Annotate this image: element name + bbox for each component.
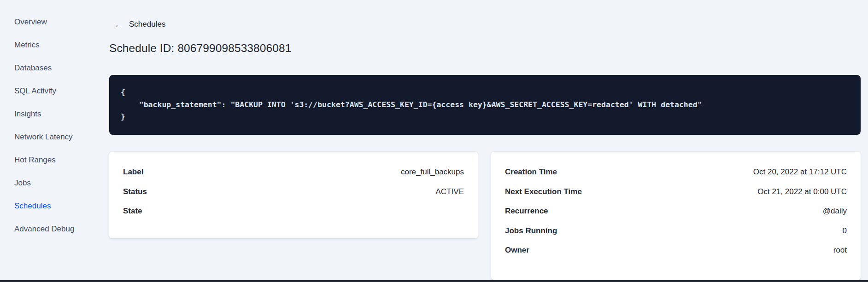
row-label: Creation Time	[505, 167, 557, 177]
detail-row-next-execution-time: Next Execution Time Oct 21, 2022 at 0:00…	[505, 182, 847, 202]
back-link-label: Schedules	[129, 20, 165, 29]
row-value: Oct 21, 2022 at 0:00 UTC	[757, 187, 847, 196]
back-arrow-icon: ←	[114, 20, 123, 29]
row-label: Status	[123, 187, 147, 196]
sidebar-item-jobs[interactable]: Jobs	[14, 172, 105, 195]
detail-row-creation-time: Creation Time Oct 20, 2022 at 17:12 UTC	[505, 162, 847, 182]
row-value: Oct 20, 2022 at 17:12 UTC	[753, 167, 847, 177]
row-label: Next Execution Time	[505, 187, 582, 196]
schedule-definition-code-block: { "backup_statement": "BACKUP INTO 's3:/…	[109, 75, 861, 135]
detail-row-label: Label core_full_backups	[123, 162, 464, 182]
main-content: ← Schedules Schedule ID: 806799098533806…	[109, 0, 861, 282]
code-text: { "backup_statement": "BACKUP INTO 's3:/…	[121, 86, 849, 123]
detail-row-recurrence: Recurrence @daily	[505, 201, 847, 221]
row-label: Owner	[505, 246, 529, 255]
sidebar-item-sql-activity[interactable]: SQL Activity	[14, 80, 105, 103]
row-label: Jobs Running	[505, 226, 557, 236]
detail-row-status: Status ACTIVE	[123, 182, 464, 202]
sidebar-item-metrics[interactable]: Metrics	[14, 34, 105, 57]
sidebar-item-databases[interactable]: Databases	[14, 57, 105, 80]
row-label: Label	[123, 167, 143, 177]
row-value: @daily	[823, 207, 847, 216]
sidebar-item-schedules[interactable]: Schedules	[14, 195, 105, 218]
sidebar-nav: Overview Metrics Databases SQL Activity …	[14, 11, 105, 241]
page-title: Schedule ID: 806799098533806081	[109, 42, 291, 55]
window-bottom-edge	[0, 280, 868, 282]
sidebar: Overview Metrics Databases SQL Activity …	[0, 0, 109, 282]
detail-row-jobs-running: Jobs Running 0	[505, 221, 847, 241]
row-label: Recurrence	[505, 207, 548, 216]
detail-row-owner: Owner root	[505, 241, 847, 260]
sidebar-item-insights[interactable]: Insights	[14, 103, 105, 126]
row-value: core_full_backups	[401, 167, 464, 177]
row-label: State	[123, 207, 142, 216]
schedule-timing-card: Creation Time Oct 20, 2022 at 17:12 UTC …	[491, 152, 861, 280]
sidebar-item-network-latency[interactable]: Network Latency	[14, 126, 105, 149]
sidebar-item-advanced-debug[interactable]: Advanced Debug	[14, 218, 105, 241]
back-to-schedules-link[interactable]: ← Schedules	[114, 20, 165, 29]
row-value: root	[833, 246, 847, 255]
sidebar-item-hot-ranges[interactable]: Hot Ranges	[14, 149, 105, 172]
row-value: ACTIVE	[436, 187, 464, 196]
sidebar-item-overview[interactable]: Overview	[14, 11, 105, 34]
detail-row-state: State	[123, 201, 464, 221]
row-value: 0	[843, 226, 847, 236]
schedule-details-card: Label core_full_backups Status ACTIVE St…	[109, 152, 478, 238]
